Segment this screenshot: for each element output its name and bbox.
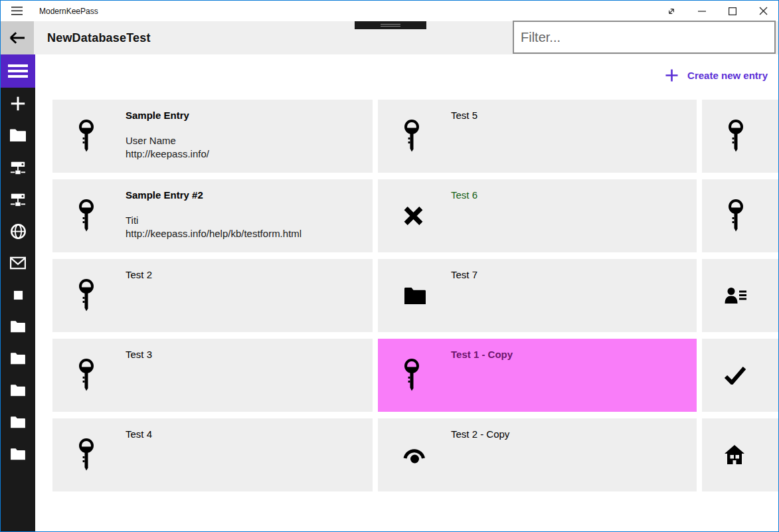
key-icon [77, 358, 96, 393]
sidebar-item-web[interactable] [1, 215, 35, 247]
sidebar-item-group-4[interactable] [1, 406, 35, 438]
entry-title: Test 2 - Copy [451, 428, 509, 440]
folder-icon [10, 320, 26, 333]
home-icon [723, 444, 746, 466]
titlebar-hamburger-icon[interactable] [1, 1, 33, 21]
folder-icon [10, 352, 26, 365]
sidebar-item-server-2[interactable] [1, 183, 35, 215]
entry-subtitle: User Name http://keepass.info/ [126, 134, 209, 161]
minimize-icon [698, 7, 706, 15]
close-button[interactable] [748, 1, 778, 21]
entry-title: Sample Entry #2 [126, 189, 203, 201]
entry-title: Test 3 [126, 349, 152, 360]
key-icon [77, 278, 96, 313]
folder-icon [10, 384, 26, 397]
hamburger-icon [11, 7, 23, 15]
entry-card-clipped-4[interactable] [702, 339, 778, 412]
entry-title: Test 4 [126, 428, 152, 440]
server-icon [9, 159, 27, 175]
entry-card-sample-entry[interactable]: Sample Entry User Name http://keepass.in… [52, 100, 373, 173]
key-icon [402, 358, 421, 393]
entry-card-test2-copy[interactable]: Test 2 - Copy [378, 418, 697, 491]
entry-card-test3[interactable]: Test 3 [52, 339, 373, 412]
app-title: ModernKeePass [39, 7, 656, 16]
entry-grid: Sample Entry User Name http://keepass.in… [52, 100, 778, 491]
plus-icon [9, 95, 27, 112]
entry-card-clipped-1[interactable] [702, 100, 778, 173]
entry-card-test7[interactable]: Test 7 [378, 259, 697, 332]
filter-input[interactable] [513, 21, 776, 54]
entry-card-clipped-2[interactable] [702, 179, 778, 252]
sidebar-item-group-3[interactable] [1, 375, 35, 406]
folder-icon [9, 128, 27, 143]
sidebar-item-group-5[interactable] [1, 438, 35, 470]
database-title: NewDatabaseTest [47, 31, 151, 45]
entry-title: Test 7 [451, 269, 477, 280]
entry-card-clipped-3[interactable] [702, 259, 778, 332]
sidebar-item-group-2[interactable] [1, 343, 35, 375]
entry-title: Test 2 [126, 269, 152, 280]
create-new-entry-button[interactable]: Create new entry [664, 68, 768, 83]
key-icon [77, 119, 96, 153]
square-icon [13, 290, 23, 300]
folder-icon [10, 416, 26, 429]
key-icon [727, 119, 745, 153]
flyout-handle [355, 21, 426, 29]
entry-card-test6[interactable]: Test 6 [378, 179, 697, 252]
entry-list-panel: Create new entry Sample Entry User Name … [35, 54, 778, 531]
entry-card-clipped-5[interactable] [702, 418, 778, 491]
entry-card-test5[interactable]: Test 5 [378, 100, 697, 173]
server-icon [9, 191, 27, 207]
entry-title: Sample Entry [126, 110, 189, 121]
maximize-button[interactable] [717, 1, 748, 21]
entry-title: Test 1 - Copy [451, 349, 513, 360]
close-icon [759, 7, 768, 15]
sidebar-item-group-root[interactable] [1, 120, 35, 151]
check-icon [723, 366, 747, 385]
entry-subtitle: Titi http://keepass.info/help/kb/testfor… [126, 214, 302, 240]
maximize-icon [729, 7, 736, 15]
entry-card-test2[interactable]: Test 2 [52, 259, 373, 332]
key-icon [77, 438, 96, 472]
fullscreen-toggle-button[interactable] [656, 1, 687, 21]
sidebar [1, 54, 35, 531]
sidebar-item-server-1[interactable] [1, 151, 35, 183]
contact-icon [723, 286, 747, 305]
folder-icon [10, 448, 26, 461]
sidebar-item-add[interactable] [1, 88, 35, 120]
minimize-button[interactable] [687, 1, 717, 21]
key-icon [727, 199, 745, 233]
entry-card-sample-entry-2[interactable]: Sample Entry #2 Titi http://keepass.info… [52, 179, 373, 252]
entry-title: Test 5 [451, 110, 477, 121]
entry-title: Test 6 [451, 189, 477, 201]
sidebar-item-email[interactable] [1, 247, 35, 279]
eye-icon [402, 445, 426, 465]
entry-card-test1-copy-selected[interactable]: Test 1 - Copy [378, 339, 697, 412]
sidebar-item-group-1[interactable] [1, 311, 35, 343]
app-window: ModernKeePass NewData [0, 0, 779, 532]
plus-icon [664, 68, 679, 83]
sidebar-hamburger-button[interactable] [1, 54, 35, 88]
cross-icon [402, 205, 424, 227]
create-new-entry-label: Create new entry [687, 70, 768, 81]
mail-icon [9, 256, 27, 270]
key-icon [77, 199, 96, 233]
globe-icon [9, 222, 27, 240]
fullscreen-icon [665, 5, 678, 18]
folder-icon [402, 285, 428, 306]
back-arrow-icon [9, 31, 26, 45]
back-button[interactable] [1, 21, 34, 54]
sidebar-item-misc[interactable] [1, 279, 35, 311]
key-icon [402, 119, 421, 153]
titlebar: ModernKeePass [1, 1, 778, 21]
entry-card-test4[interactable]: Test 4 [52, 418, 373, 491]
